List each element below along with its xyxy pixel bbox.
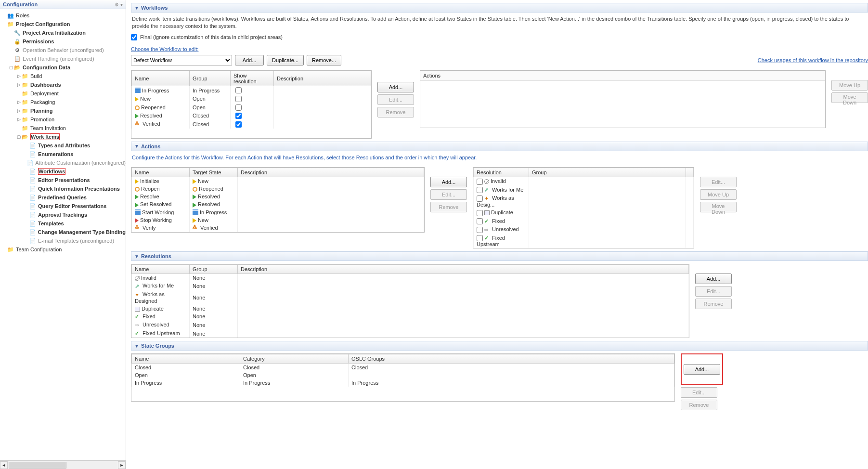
tree-item[interactable]: 📋Event Handling (unconfigured) [0, 54, 126, 63]
showres-checkbox[interactable] [235, 113, 242, 119]
table-row[interactable]: Invalid [474, 177, 694, 186]
scroll-left[interactable]: ◄ [0, 461, 8, 469]
stategroups-section-header[interactable]: ▼ State Groups [131, 341, 868, 351]
table-row[interactable]: InitializeNew [132, 177, 424, 185]
stategroups-add-button[interactable]: Add... [684, 364, 720, 375]
res-edit-button[interactable]: Edit... [700, 177, 737, 187]
stategroups-remove-button[interactable]: Remove [681, 400, 717, 410]
res-movedown-button[interactable]: Move Down [700, 202, 737, 212]
tree-item[interactable]: 📁Team Configuration [0, 245, 126, 254]
twisty-icon[interactable]: ▷ [16, 100, 21, 104]
tree-item[interactable]: 📄Attribute Customization (unconfigured) [0, 158, 126, 167]
tree-item[interactable]: 📄Quick Information Presentations [0, 184, 126, 193]
final-checkbox[interactable] [131, 34, 137, 40]
duplicate-workflow-button[interactable]: Duplicate... [267, 55, 304, 65]
tree-item[interactable]: 📄Predefined Queries [0, 193, 126, 202]
col-group[interactable]: Group [529, 168, 686, 177]
tree-item[interactable]: 📄Templates [0, 219, 126, 228]
col-name[interactable]: Name [132, 71, 190, 86]
table-row[interactable]: ⁂VerifiedClosed [132, 120, 371, 129]
table-row[interactable]: ReopenReopened [132, 185, 424, 193]
table-row[interactable]: ClosedClosedClosed [132, 364, 674, 372]
tree-item[interactable]: 📁Deployment [0, 89, 126, 98]
tree-item[interactable]: 🔧Project Area Initialization [0, 28, 126, 37]
table-row[interactable]: InvalidNone [132, 274, 689, 282]
col-name[interactable]: Name [132, 354, 240, 364]
col-cat[interactable]: Category [240, 354, 349, 364]
tree-item[interactable]: 📄Types and Attributes [0, 141, 126, 150]
table-row[interactable]: Duplicate [474, 208, 694, 217]
tree-item[interactable]: 📁Team Invitation [0, 124, 126, 132]
table-row[interactable]: ✓Fixed UpstreamNone [132, 329, 689, 338]
col-name[interactable]: Name [132, 265, 190, 274]
twisty-icon[interactable]: ▢ [9, 65, 13, 70]
add-workflow-button[interactable]: Add... [235, 55, 264, 65]
twisty-icon[interactable]: ▷ [16, 108, 21, 113]
twisty-icon[interactable]: ▷ [16, 74, 21, 78]
table-row[interactable]: In ProgressIn Progress [132, 86, 371, 94]
res-checkbox[interactable] [477, 235, 483, 241]
tree-item[interactable]: ▢📂Work Items [0, 132, 126, 141]
col-desc[interactable]: Description [274, 71, 371, 86]
table-row[interactable]: ResolveResolved [132, 193, 424, 200]
tree-item[interactable]: ▷📁Dashboards [0, 80, 126, 89]
remove-workflow-button[interactable]: Remove... [307, 55, 341, 65]
workflows-section-header[interactable]: ▼ Workflows [131, 3, 868, 13]
res-checkbox[interactable] [477, 210, 483, 216]
resolutions-edit-button[interactable]: Edit... [695, 286, 732, 297]
table-row[interactable]: OpenOpen [132, 371, 674, 379]
table-row[interactable]: ⁂Verify⁂Verified [132, 224, 424, 233]
showres-checkbox[interactable] [235, 87, 242, 93]
config-tree[interactable]: 👥Roles📁Project Configuration🔧Project Are… [0, 9, 126, 460]
collapse-icon[interactable]: ▼ [134, 254, 139, 259]
tree-item[interactable]: 📄Query Editor Presentations [0, 202, 126, 210]
tree-item[interactable]: 📄Approval Trackings [0, 210, 126, 219]
resolutions-remove-button[interactable]: Remove [695, 299, 732, 309]
res-checkbox[interactable] [477, 218, 483, 224]
res-moveup-button[interactable]: Move Up [700, 189, 737, 200]
table-row[interactable]: ⇨UnresolvedNone [132, 321, 689, 329]
actions-add-button[interactable]: Add... [430, 177, 467, 187]
tree-item[interactable]: 📄Enumerations [0, 150, 126, 158]
table-row[interactable]: ⇗Works for Me [474, 186, 694, 195]
tool-icon[interactable]: ⚙ [115, 2, 119, 7]
tree-item[interactable]: ▢📂Configuration Data [0, 63, 126, 72]
col-name[interactable]: Name [132, 168, 190, 177]
twisty-icon[interactable]: ▢ [16, 134, 21, 139]
table-row[interactable]: ✓Fixed [474, 217, 694, 226]
table-row[interactable]: In ProgressIn ProgressIn Progress [132, 379, 674, 387]
dropdown-icon[interactable]: ▾ [120, 2, 123, 7]
showres-checkbox[interactable] [235, 104, 242, 111]
actions-remove-button[interactable]: Remove [430, 202, 467, 212]
table-row[interactable]: Set ResolvedResolved [132, 200, 424, 208]
states-add-button[interactable]: Add... [377, 82, 414, 92]
tree-item[interactable]: 👥Roles [0, 11, 126, 20]
col-oslc[interactable]: OSLC Groups [349, 354, 674, 364]
collapse-icon[interactable]: ▼ [134, 5, 139, 11]
col-target[interactable]: Target State [190, 168, 238, 177]
tree-item[interactable]: 📄Change Management Type Binding [0, 228, 126, 236]
scroll-track[interactable] [8, 461, 118, 469]
scroll-thumb[interactable] [9, 462, 66, 469]
col-group[interactable]: Group [190, 265, 238, 274]
check-usages-link[interactable]: Check usages of this workflow in the rep… [758, 57, 868, 63]
tree-item[interactable]: 🔒Permissions [0, 37, 126, 46]
tree-item[interactable]: 📄E-mail Templates (unconfigured) [0, 236, 126, 245]
workflow-select[interactable]: Defect Workflow [131, 55, 232, 65]
tree-item[interactable]: ▷📁Promotion [0, 115, 126, 124]
collapse-icon[interactable]: ▼ [134, 143, 139, 149]
twisty-icon[interactable]: ▷ [16, 117, 21, 122]
moveup-button[interactable]: Move Up [831, 80, 868, 91]
tree-item[interactable]: 📁Project Configuration [0, 20, 126, 28]
col-showres[interactable]: Show resolution [231, 71, 274, 86]
movedown-button[interactable]: Move Down [831, 92, 868, 103]
table-row[interactable]: NewOpen [132, 94, 371, 103]
resolutions-add-button[interactable]: Add... [695, 274, 732, 284]
resolutions-section-header[interactable]: ▼ Resolutions [131, 251, 868, 261]
table-row[interactable]: ✓Fixed Upstream [474, 234, 694, 248]
table-row[interactable]: ✦Works as DesignedNone [132, 290, 689, 305]
states-edit-button[interactable]: Edit... [377, 94, 414, 105]
table-row[interactable]: ⇗Works for MeNone [132, 282, 689, 290]
col-res[interactable]: Resolution [474, 168, 529, 177]
col-group[interactable]: Group [190, 71, 231, 86]
